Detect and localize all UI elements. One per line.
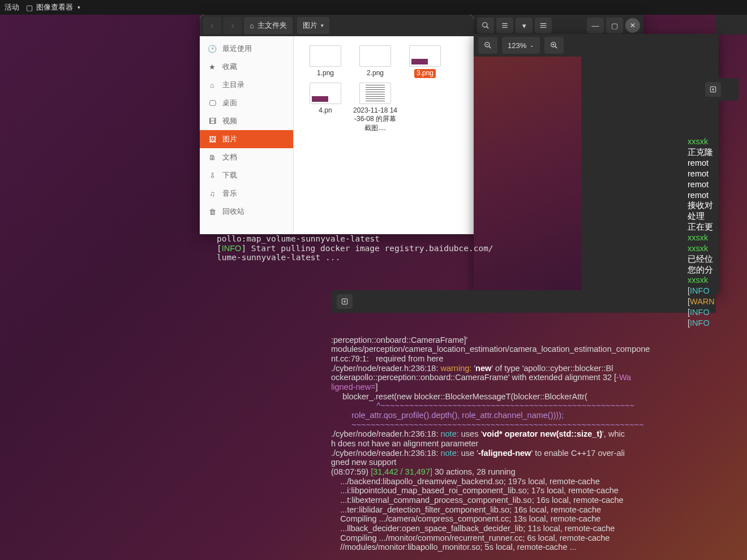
terminal-1[interactable]: pollo:map_volume-sunnyvale-latest [INFO]… xyxy=(217,234,534,262)
svg-line-1 xyxy=(487,27,489,29)
downloads-icon: ⇩ xyxy=(208,171,217,180)
sidebar-item-documents[interactable]: 🗎文档 xyxy=(200,148,293,166)
new-tab-icon xyxy=(341,298,349,305)
view-list-button[interactable] xyxy=(496,18,513,33)
chevron-down-icon: ⌄ xyxy=(530,42,534,48)
sidebar-item-trash[interactable]: 🗑回收站 xyxy=(200,203,293,221)
zoom-level-dropdown[interactable]: 123% ⌄ xyxy=(502,37,540,54)
file-label: 1.png xyxy=(317,69,334,78)
file-item[interactable]: 4.pn xyxy=(300,80,350,135)
videos-icon: 🎞 xyxy=(208,117,217,126)
minimize-button[interactable]: — xyxy=(587,18,604,33)
activities-button[interactable]: 活动 xyxy=(5,2,19,12)
file-thumbnail xyxy=(310,83,341,104)
file-thumbnail xyxy=(359,45,391,67)
sidebar-item-label: 最近使用 xyxy=(222,44,252,54)
breadcrumb-home-label: 主文件夹 xyxy=(257,20,287,31)
svg-line-10 xyxy=(489,46,491,49)
zoom-value-label: 123% xyxy=(508,41,526,50)
sidebar-item-label: 视频 xyxy=(222,116,237,126)
file-thumbnail xyxy=(359,83,391,104)
file-manager-content[interactable]: 1.png2.png3.png4.pn2023-11-18 14-36-08 的… xyxy=(294,36,474,234)
sidebar-item-label: 下载 xyxy=(222,170,237,180)
sidebar-item-music[interactable]: ♫音乐 xyxy=(200,184,293,203)
file-thumbnail xyxy=(409,45,441,67)
home-icon: ⌂ xyxy=(250,21,254,30)
hamburger-icon xyxy=(539,21,547,29)
trash-icon: 🗑 xyxy=(208,208,217,216)
sidebar-item-label: 音乐 xyxy=(222,188,237,199)
maximize-button[interactable]: ▢ xyxy=(606,18,623,33)
breadcrumb-current-label: 图片 xyxy=(303,20,317,31)
zoom-in-icon xyxy=(550,41,558,49)
terminal-2-body[interactable]: :perception::onboard::CameraFrame]' modu… xyxy=(331,335,716,552)
image-viewer-icon: ▢ xyxy=(26,3,33,12)
sidebar-item-label: 文档 xyxy=(222,152,237,162)
home-icon: ⌂ xyxy=(208,81,217,89)
sidebar-item-recent[interactable]: 🕑最近使用 xyxy=(200,40,293,58)
sidebar-item-label: 回收站 xyxy=(222,206,244,217)
breadcrumb-home[interactable]: ⌂ 主文件夹 xyxy=(244,17,293,34)
file-item[interactable]: 2023-11-18 14-36-08 的屏幕截图.... xyxy=(350,80,400,135)
svg-point-0 xyxy=(483,23,487,27)
file-item[interactable]: 3.png xyxy=(400,43,450,80)
file-item[interactable]: 2.png xyxy=(350,43,400,80)
sidebar-item-videos[interactable]: 🎞视频 xyxy=(200,112,293,130)
gnome-topbar: 活动 ▢ 图像查看器 ▾ xyxy=(0,0,747,15)
desktop-icon: 🖵 xyxy=(208,99,217,107)
close-button[interactable]: ✕ xyxy=(625,18,640,33)
recent-icon: 🕑 xyxy=(208,45,217,53)
sidebar-item-label: 收藏 xyxy=(222,62,237,72)
terminal-3-tabbar xyxy=(688,78,739,101)
sidebar-item-home[interactable]: ⌂主目录 xyxy=(200,76,293,94)
new-tab-button[interactable] xyxy=(337,294,353,309)
pictures-icon: 🖼 xyxy=(208,135,217,144)
search-button[interactable] xyxy=(477,18,494,33)
chevron-down-icon: ▾ xyxy=(78,5,80,10)
new-tab-icon xyxy=(709,85,717,93)
terminal-2[interactable]: :perception::onboard::CameraFrame]' modu… xyxy=(331,272,716,543)
file-manager-header-right: ▾ — ▢ ✕ xyxy=(474,15,643,36)
file-item[interactable]: 1.png xyxy=(300,43,350,80)
documents-icon: 🗎 xyxy=(208,153,217,162)
terminal-2-tabbar xyxy=(331,290,716,313)
new-tab-button[interactable] xyxy=(705,82,721,97)
app-menu[interactable]: ▢ 图像查看器 ▾ xyxy=(26,2,80,12)
terminal-3[interactable]: xxsxk正克隆remotremotremotremot接收对处理 正在更xxs… xyxy=(688,57,739,339)
sidebar-item-desktop[interactable]: 🖵桌面 xyxy=(200,94,293,112)
chevron-down-icon: ▾ xyxy=(321,23,324,28)
sidebar-item-label: 桌面 xyxy=(222,98,237,108)
zoom-out-icon xyxy=(484,41,492,49)
zoom-in-button[interactable] xyxy=(544,37,564,54)
file-manager-window: ‹ › ⌂ 主文件夹 图片 ▾ 🕑最近使用★收藏⌂主目录🖵桌面🎞视频🖼图片🗎文档… xyxy=(200,15,474,234)
music-icon: ♫ xyxy=(208,189,217,198)
file-label: 3.png xyxy=(414,69,436,78)
sidebar-item-label: 图片 xyxy=(222,134,237,144)
sidebar-item-downloads[interactable]: ⇩下载 xyxy=(200,166,293,184)
zoom-out-button[interactable] xyxy=(478,37,497,54)
right-edge-chrome xyxy=(716,15,747,35)
app-name-label: 图像查看器 xyxy=(36,2,73,12)
hamburger-menu-button[interactable] xyxy=(535,18,552,33)
sidebar-item-starred[interactable]: ★收藏 xyxy=(200,58,293,76)
file-manager-sidebar: 🕑最近使用★收藏⌂主目录🖵桌面🎞视频🖼图片🗎文档⇩下载♫音乐🗑回收站 xyxy=(200,36,294,234)
list-icon xyxy=(501,21,509,29)
file-label: 2.png xyxy=(367,69,384,78)
sidebar-item-label: 主目录 xyxy=(222,80,244,90)
file-manager-header: ‹ › ⌂ 主文件夹 图片 ▾ xyxy=(200,15,474,36)
file-label: 4.pn xyxy=(319,106,332,115)
nav-back-button[interactable]: ‹ xyxy=(203,17,221,34)
file-thumbnail xyxy=(310,45,341,67)
view-dropdown-button[interactable]: ▾ xyxy=(516,18,533,33)
file-label: 2023-11-18 14-36-08 的屏幕截图.... xyxy=(353,106,398,133)
search-icon xyxy=(482,21,490,29)
image-viewer-toolbar: 123% ⌄ xyxy=(474,34,719,57)
starred-icon: ★ xyxy=(208,63,217,71)
svg-line-14 xyxy=(555,46,557,49)
nav-forward-button[interactable]: › xyxy=(224,17,242,34)
terminal-3-body[interactable]: xxsxk正克隆remotremotremotremot接收对处理 正在更xxs… xyxy=(688,136,739,328)
breadcrumb-current[interactable]: 图片 ▾ xyxy=(297,17,329,34)
sidebar-item-pictures[interactable]: 🖼图片 xyxy=(200,130,293,148)
